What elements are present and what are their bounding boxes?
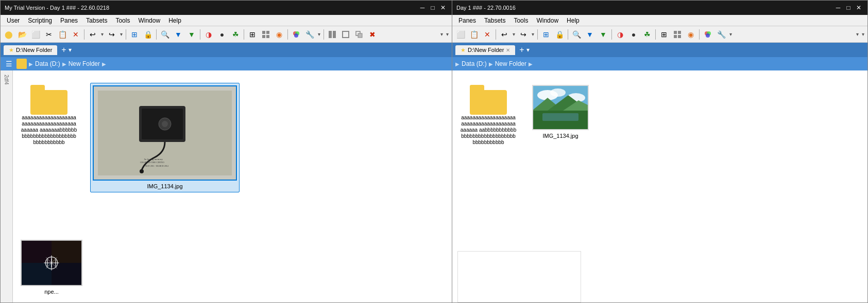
toolbar-sep-4 [200,29,200,40]
close-button[interactable]: ✕ [438,3,448,12]
right-multicolor-button[interactable] [702,28,714,41]
toolbar-sep-7 [324,29,324,40]
breadcrumb-path: ▶ Data (D:) ▶ New Folder ▶ [29,60,106,67]
maximize-button[interactable]: □ [428,3,437,12]
toolbar-sep-2 [126,29,126,40]
right-menu-tabsets[interactable]: Tabsets [480,16,509,25]
delete-button[interactable]: ✕ [70,28,82,41]
menu-tabsets[interactable]: Tabsets [82,16,111,25]
add-tab-button[interactable]: + [61,45,66,55]
menu-user[interactable]: User [3,16,24,25]
xbtn-button[interactable]: ✖ [366,28,379,41]
copy-button[interactable]: ⬤ [3,28,15,41]
right-maximize-button[interactable]: □ [844,3,853,12]
right-delete-button[interactable]: ✕ [481,28,493,41]
circle-dark-button[interactable]: ● [216,28,228,41]
right-menu-panes[interactable]: Panes [454,16,480,25]
right-grid-large-button[interactable] [671,28,684,41]
menu-help[interactable]: Help [164,16,185,25]
right-leaf-button[interactable]: ☘ [641,28,653,41]
left-img1134-item[interactable]: In loving memory CHARLES THE CINTIO MAY … [90,83,240,192]
right-folder-icon [470,85,507,115]
right-funnel2-button[interactable]: ▼ [597,28,609,41]
scissors-button[interactable]: ✂ [43,28,55,41]
redo-dropdown[interactable]: ▾ [119,31,124,37]
left-img1134-label: IMG_1134.jpg [147,183,182,190]
lock-button[interactable]: 🔒 [142,28,154,41]
right-tab-close[interactable]: ✕ [506,47,510,53]
columns-button[interactable] [326,28,338,41]
right-tab-arrow-button[interactable]: ▾ [526,46,530,54]
blob-button[interactable]: ◉ [273,28,285,41]
right-menu-tools[interactable]: Tools [509,16,532,25]
leaf-button[interactable]: ☘ [229,28,242,41]
right-lock-button[interactable]: 🔒 [553,28,566,41]
right-overflow-down[interactable]: ▾ [855,31,860,37]
right-paste-button[interactable]: 📋 [468,28,480,41]
right-menu-help[interactable]: Help [563,16,584,25]
svg-point-43 [550,88,566,97]
right-wrench-dropdown[interactable]: ▾ [728,31,733,37]
overflow-filter[interactable]: ▾ [445,31,450,37]
tab-arrow-button[interactable]: ▾ [69,46,72,54]
funnel2-button[interactable]: ▼ [185,28,198,41]
open-button[interactable]: 📂 [16,28,28,41]
menu-window[interactable]: Window [134,16,164,25]
left-dark-item[interactable]: npe... [18,238,85,297]
breadcrumb-newfolder[interactable]: New Folder [69,60,100,67]
right-menu-window[interactable]: Window [532,16,563,25]
left-folder-item[interactable]: aaaaaaaaaaaaaaaaaaaaaaaaaaaaaaaaaaaaaaaa… [18,83,80,192]
right-filter-button[interactable]: ⊞ [540,28,552,41]
right-undo-button[interactable]: ↩ [498,28,510,41]
right-redo-dropdown[interactable]: ▾ [531,31,535,37]
right-landscape-item[interactable]: IMG_1134.jpg [530,83,591,148]
search-button[interactable]: 🔍 [159,28,171,41]
wrench-dropdown[interactable]: ▾ [317,31,321,37]
pie-button[interactable]: ◑ [202,28,215,41]
right-window-title: Day 1 ### - 22.70.0016 [456,5,516,11]
right-breadcrumb-newfolder[interactable]: New Folder [495,60,526,67]
right-tab[interactable]: ★ D:\New Folder ✕ [455,45,515,55]
right-blob-button[interactable]: ◉ [685,28,697,41]
right-redo-button[interactable]: ↪ [517,28,530,41]
undo-dropdown[interactable]: ▾ [100,31,105,37]
left-toolbar: ⬤ 📂 ⬜ ✂ 📋 ✕ ↩ ▾ ↪ ▾ ⊞ 🔒 🔍 ▼ ▼ ◑ ● ☘ ⊞ ◉ [1,26,452,43]
svg-text:MAY 2011 - MARCH 2014: MAY 2011 - MARCH 2014 [145,165,168,167]
breadcrumb-data[interactable]: Data (D:) [35,60,60,67]
square-ol-button[interactable] [339,28,352,41]
right-close-button[interactable]: ✕ [854,3,863,12]
filter-button[interactable]: ⊞ [128,28,141,41]
multicolor-button[interactable] [290,28,302,41]
paste-button[interactable]: 📋 [56,28,69,41]
menu-scripting[interactable]: Scripting [24,16,56,25]
right-circle-dark-button[interactable]: ● [627,28,640,41]
right-undo-dropdown[interactable]: ▾ [512,31,516,37]
funnel-button[interactable]: ▼ [172,28,184,41]
right-folder-item[interactable]: aaaaaaaaaaaaaaaaaaaaaaaaaaaaaaaaaaaaaaaa… [457,83,519,148]
copy2-button[interactable]: ⬜ [29,28,42,41]
overflow-down[interactable]: ▾ [439,31,444,37]
right-funnel-button[interactable]: ▼ [584,28,596,41]
right-minimize-button[interactable]: ─ [833,3,843,12]
undo-button[interactable]: ↩ [87,28,99,41]
wrench-button[interactable]: 🔧 [303,28,316,41]
menu-panes[interactable]: Panes [56,16,82,25]
grid-large-button[interactable] [260,28,272,41]
right-overflow-filter[interactable]: ▾ [861,31,865,37]
right-search-button[interactable]: 🔍 [570,28,583,41]
grid-small-button[interactable]: ⊞ [246,28,259,41]
square-ol2-button[interactable] [353,28,365,41]
right-breadcrumb-data[interactable]: Data (D:) [462,60,487,67]
right-copy-button[interactable]: ⬜ [454,28,467,41]
right-grid-small-button[interactable]: ⊞ [658,28,670,41]
left-tab[interactable]: ★ D:\New Folder [4,45,57,55]
breadcrumb-menu-button[interactable]: ☰ [4,59,14,69]
right-pie-button[interactable]: ◑ [614,28,626,41]
menu-tools[interactable]: Tools [111,16,134,25]
redo-button[interactable]: ↪ [106,28,118,41]
right-wrench-button[interactable]: 🔧 [715,28,727,41]
right-bottom-box [457,251,581,302]
right-landscape-canvas [532,85,589,130]
minimize-button[interactable]: ─ [418,3,427,12]
right-add-tab-button[interactable]: + [519,45,524,55]
